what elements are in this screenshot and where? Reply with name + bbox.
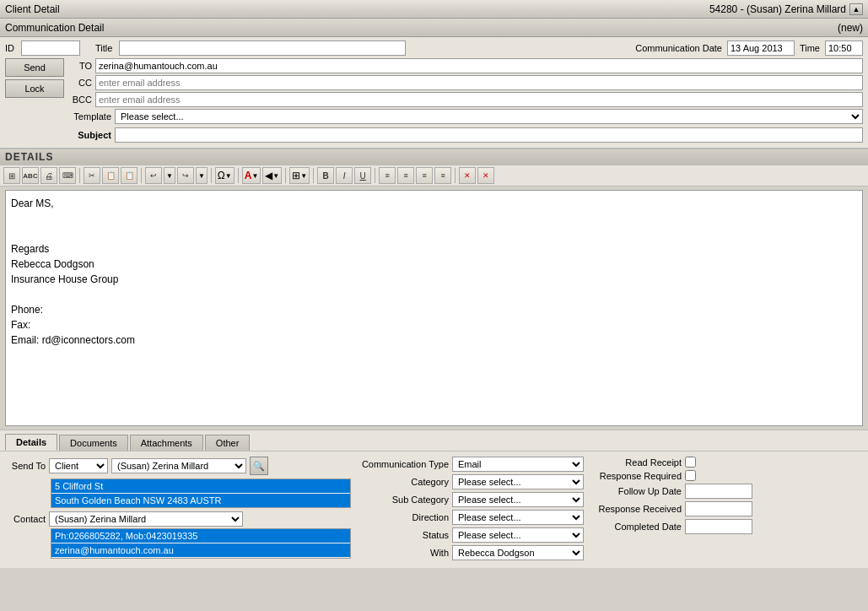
bcc-input[interactable]	[95, 92, 863, 107]
toolbar-sep8	[455, 168, 456, 183]
toolbar-align-right[interactable]: ≡	[416, 167, 433, 184]
comm-with-select[interactable]: Rebecca Dodgson	[452, 545, 584, 560]
editor-line8: Phone:	[11, 302, 857, 317]
toolbar-table-dropdown[interactable]: ⊞▼	[289, 167, 310, 184]
editor-line5: Rebecca Dodgson	[11, 257, 857, 272]
contact-box: Ph:0266805282, Mob:0423019335 zerina@hum…	[51, 528, 351, 559]
cc-label: CC	[71, 78, 92, 88]
minimize-button[interactable]: ▲	[849, 3, 863, 15]
toolbar-font-color-dropdown[interactable]: A▼	[242, 167, 261, 184]
contact-row: Contact (Susan) Zerina Millard	[5, 511, 351, 527]
comm-status-label: Status	[356, 530, 449, 540]
completed-date-row: Completed Date	[589, 519, 863, 534]
comm-status-select[interactable]: Please select...	[452, 527, 584, 543]
comm-category-select[interactable]: Please select...	[452, 474, 584, 489]
toolbar-insert[interactable]: ⊞	[3, 167, 20, 184]
response-required-row: Response Required	[589, 470, 863, 481]
comm-with-label: With	[356, 548, 449, 558]
toolbar-undo[interactable]: ↩	[145, 167, 162, 184]
bcc-row: BCC	[71, 92, 863, 107]
title-label: Title	[95, 43, 112, 53]
toolbar-redo[interactable]: ↪	[177, 167, 194, 184]
details-header: DETAILS	[0, 149, 868, 165]
middle-panel: Communication Type Email Category Please…	[356, 457, 584, 563]
cc-row: CC	[71, 75, 863, 90]
response-received-input[interactable]	[685, 501, 752, 516]
template-label: Template	[71, 111, 111, 122]
toolbar-print[interactable]: 🖨	[40, 167, 57, 184]
comm-type-select[interactable]: Email	[452, 457, 584, 472]
toolbar-source[interactable]: ⌨	[59, 167, 76, 184]
comm-category-label: Category	[356, 477, 449, 487]
toolbar-paste[interactable]: 📋	[121, 167, 137, 184]
subject-label: Subject	[71, 130, 111, 140]
read-receipt-checkbox[interactable]	[685, 457, 696, 468]
section-status: (new)	[838, 22, 863, 34]
tab-attachments[interactable]: Attachments	[130, 435, 203, 451]
toolbar-omega-dropdown[interactable]: Ω▼	[215, 167, 235, 184]
toolbar-italic[interactable]: I	[336, 167, 353, 184]
id-input[interactable]	[21, 41, 80, 56]
time-input[interactable]	[825, 41, 863, 56]
bottom-tabs: Details Documents Attachments Other	[0, 430, 868, 451]
comm-category-row: Category Please select...	[356, 474, 584, 489]
title-bar: Client Detail 54280 - (Susan) Zerina Mil…	[0, 0, 868, 19]
follow-up-date-label: Follow Up Date	[589, 486, 682, 496]
tab-documents[interactable]: Documents	[59, 435, 128, 451]
toolbar-align-center[interactable]: ≡	[397, 167, 414, 184]
subject-row: Subject	[71, 127, 863, 143]
toolbar-sep6	[313, 168, 314, 183]
response-required-checkbox[interactable]	[685, 470, 696, 481]
send-to-label: Send To	[5, 461, 46, 471]
toolbar-align-left[interactable]: ≡	[379, 167, 396, 184]
section-title: Communication Detail	[5, 22, 104, 34]
address-row-2: South Golden Beach NSW 2483 AUSTR	[51, 494, 350, 507]
read-receipt-row: Read Receipt	[589, 457, 863, 468]
toolbar-underline[interactable]: U	[354, 167, 371, 184]
tab-other[interactable]: Other	[205, 435, 251, 451]
follow-up-date-input[interactable]	[685, 484, 752, 499]
completed-date-label: Completed Date	[589, 522, 682, 532]
comm-status-row: Status Please select...	[356, 527, 584, 543]
template-select[interactable]: Please select...	[115, 109, 863, 124]
send-button[interactable]: Send	[5, 58, 64, 77]
toolbar-redo-dropdown[interactable]: ▼	[196, 167, 208, 184]
subject-input[interactable]	[115, 127, 863, 143]
toolbar-justify[interactable]: ≡	[434, 167, 451, 184]
toolbar-undo-dropdown[interactable]: ▼	[164, 167, 175, 184]
editor-line10: Email: rd@iconnectors.com	[11, 333, 857, 348]
comm-type-row: Communication Type Email	[356, 457, 584, 472]
comm-date-input[interactable]	[727, 41, 795, 56]
bottom-content: Send To Client (Susan) Zerina Millard 🔍 …	[0, 451, 868, 568]
comm-subcategory-row: Sub Category Please select...	[356, 492, 584, 507]
comm-date-label: Communication Date	[635, 43, 722, 53]
completed-date-input[interactable]	[685, 519, 752, 534]
contact-label: Contact	[5, 514, 46, 524]
toolbar-cut[interactable]: ✂	[84, 167, 100, 184]
toolbar-clear1[interactable]: ✕	[459, 167, 476, 184]
toolbar-highlight-dropdown[interactable]: ◀▼	[262, 167, 282, 184]
search-button[interactable]: 🔍	[250, 457, 268, 475]
title-input[interactable]	[119, 41, 406, 56]
right-panel: Read Receipt Response Required Follow Up…	[589, 457, 863, 563]
toolbar: ⊞ ABC 🖨 ⌨ ✂ 📋 📋 ↩ ▼ ↪ ▼ Ω▼ A▼ ◀▼ ⊞▼ B I …	[0, 165, 868, 187]
editor-area[interactable]: Dear MS, Regards Rebecca Dodgson Insuran…	[5, 190, 863, 426]
follow-up-date-row: Follow Up Date	[589, 484, 863, 499]
toolbar-spell[interactable]: ABC	[22, 167, 39, 184]
send-to-type-select[interactable]: Client	[49, 458, 108, 473]
toolbar-clear2[interactable]: ✕	[477, 167, 494, 184]
comm-type-label: Communication Type	[356, 459, 449, 469]
comm-subcategory-select[interactable]: Please select...	[452, 492, 584, 507]
comm-direction-select[interactable]: Please select...	[452, 510, 584, 525]
id-label: ID	[5, 43, 14, 53]
send-to-name-select[interactable]: (Susan) Zerina Millard	[111, 458, 246, 473]
cc-input[interactable]	[95, 75, 863, 90]
tab-details[interactable]: Details	[5, 434, 57, 451]
to-input[interactable]	[95, 58, 863, 73]
toolbar-sep5	[285, 168, 286, 183]
contact-select[interactable]: (Susan) Zerina Millard	[49, 511, 243, 527]
toolbar-bold[interactable]: B	[317, 167, 334, 184]
lock-button[interactable]: Lock	[5, 79, 64, 98]
editor-line1: Dear MS,	[11, 196, 857, 211]
toolbar-copy[interactable]: 📋	[102, 167, 119, 184]
